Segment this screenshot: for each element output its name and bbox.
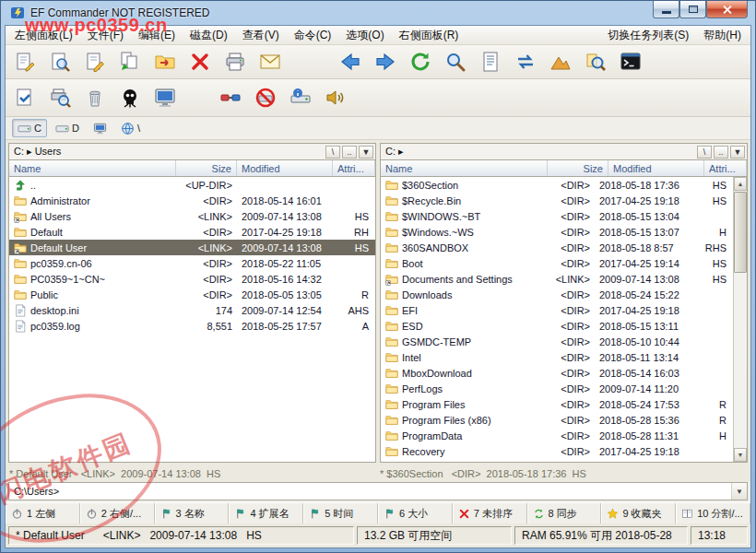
right-root-button[interactable]: \ [697,146,712,159]
file-row[interactable]: $WINDOWS.~BT<DIR>2018-05-15 13:04 [381,208,733,224]
quick-view-button[interactable] [475,48,505,76]
title-bar[interactable]: EF Commander NOT REGISTERED [5,1,751,25]
drive-info-button[interactable] [285,84,315,112]
file-row[interactable]: desktop.ini1742009-07-14 12:54AHS [9,302,375,318]
left-history-button[interactable]: ▼ [359,146,373,159]
minimize-button[interactable] [653,1,679,18]
fkey-6-button[interactable]: 6 大小 [378,503,453,524]
disconnect-drive-button[interactable] [250,84,280,112]
file-row[interactable]: All Users<LINK>2009-07-14 13:08HS [9,208,375,224]
right-scrollbar[interactable]: ▲ ▼ [733,177,747,462]
file-row[interactable]: Public<DIR>2018-05-05 13:05R [9,287,375,302]
file-row[interactable]: ESD<DIR>2018-05-15 13:11 [381,318,733,334]
file-row[interactable]: pc0359.cn-06<DIR>2018-05-22 11:05 [9,255,375,271]
forward-button[interactable] [370,48,400,76]
file-row[interactable]: GSMDC-TEMP<DIR>2018-05-10 10:44 [381,334,733,349]
terminal-button[interactable] [615,48,645,76]
right-history-button[interactable]: ▼ [730,146,745,159]
close-button[interactable] [706,1,748,18]
sound-button[interactable] [320,84,350,112]
file-row[interactable]: Boot<DIR>2017-04-25 19:14HS [381,255,733,271]
command-prompt[interactable]: C:\Users> [14,486,59,497]
column-header-name[interactable]: Name [9,160,176,176]
copy-button[interactable] [114,48,145,76]
column-header-modified[interactable]: Modified [237,160,333,176]
left-root-button[interactable]: \ [325,146,340,159]
menu-item[interactable]: 磁盘(D) [183,26,235,44]
menu-item[interactable]: 选项(O) [338,26,391,44]
column-header-name[interactable]: Name [381,160,548,176]
edit-file-button[interactable] [79,48,110,76]
fkey-2-button[interactable]: 2 右侧/... [80,503,155,524]
find-files-button[interactable] [580,48,610,76]
left-path[interactable]: C: ▸ Users [14,146,324,158]
file-row[interactable]: Intel<DIR>2018-05-11 13:14 [381,349,733,365]
fkey-3-button[interactable]: 3 名称 [155,503,230,524]
file-row[interactable]: 360SANDBOX<DIR>2018-05-18 8:57RHS [381,240,733,255]
menu-item[interactable]: 查看(V) [235,26,287,44]
column-header-modified[interactable]: Modified [608,160,704,176]
file-row[interactable]: Administrator<DIR>2018-05-14 16:01 [9,193,375,208]
command-line[interactable]: C:\Users> ▼ [8,482,748,500]
file-row[interactable]: Default User<LINK>2009-07-14 13:08HS [9,240,375,255]
file-row[interactable]: MboxDownload<DIR>2018-05-14 16:03 [381,365,733,381]
print-preview-button[interactable] [44,84,75,112]
fkey-1-button[interactable]: 1 左侧 [6,503,80,524]
file-row[interactable]: $360Section<DIR>2018-05-18 17:36HS [381,177,733,193]
fkey-10-button[interactable]: 10 分割/... [676,503,750,524]
connect-drive-button[interactable] [215,84,245,112]
scroll-track[interactable] [734,191,747,448]
column-header-attributes[interactable]: Attri... [333,160,375,176]
scroll-thumb[interactable] [734,192,747,273]
file-row[interactable]: $Windows.~WS<DIR>2018-05-15 13:07H [381,224,733,240]
menu-item[interactable]: 左侧面板(L) [7,26,80,44]
fkey-5-button[interactable]: 5 时间 [303,503,378,524]
drive-c-button[interactable]: C [12,119,47,137]
column-header-size[interactable]: Size [548,160,608,176]
new-edit-button[interactable] [9,48,40,76]
swap-panels-button[interactable] [510,48,540,76]
menu-item[interactable]: 编辑(E) [131,26,183,44]
fkey-8-button[interactable]: 8 同步 [527,503,602,524]
right-path[interactable]: C: ▸ [385,146,695,158]
back-button[interactable] [335,48,365,76]
menu-item[interactable]: 文件(F) [80,26,131,44]
recycle-bin-button[interactable] [79,84,110,112]
maximize-button[interactable] [679,1,706,18]
command-history-dropdown[interactable]: ▼ [731,483,747,500]
file-row[interactable]: Documents and Settings<LINK>2009-07-14 1… [381,271,733,287]
delete-button[interactable] [184,48,215,76]
parent-directory-button[interactable] [545,48,575,76]
computer-button[interactable] [88,119,112,137]
file-row[interactable]: Downloads<DIR>2018-05-24 15:22 [381,287,733,302]
scroll-down-button[interactable]: ▼ [734,448,747,462]
menu-item[interactable]: 命令(C) [287,26,339,44]
file-row[interactable]: ProgramData<DIR>2018-05-28 11:31H [381,428,733,443]
menu-item[interactable]: 帮助(H) [696,26,749,44]
search-button[interactable] [440,48,470,76]
column-header-size[interactable]: Size [176,160,237,176]
fullscreen-button[interactable] [149,84,180,112]
column-header-attributes[interactable]: Attri... [704,160,747,176]
fkey-9-button[interactable]: 9 收藏夹 [601,503,676,524]
file-row[interactable]: Default<DIR>2017-04-25 19:18RH [9,224,375,240]
network-button[interactable]: \ [115,119,146,137]
print-button[interactable] [219,48,250,76]
drive-d-button[interactable]: D [50,119,85,137]
file-row[interactable]: PC0359~1~CN~<DIR>2018-05-16 14:32 [9,271,375,287]
file-row[interactable]: ..<UP-DIR> [9,177,375,193]
file-row[interactable]: $Recycle.Bin<DIR>2017-04-25 19:18HS [381,193,733,208]
file-row[interactable]: EFI<DIR>2017-04-25 19:18 [381,302,733,318]
file-row[interactable]: Program Files (x86)<DIR>2018-05-28 15:36… [381,412,733,428]
file-row[interactable]: Program Files<DIR>2018-05-24 17:53R [381,396,733,412]
file-row[interactable]: pc0359.log8,5512018-05-25 17:57A [9,318,375,334]
file-row[interactable]: PerfLogs<DIR>2009-07-14 11:20 [381,381,733,396]
menu-item[interactable]: 右侧面板(R) [392,26,467,44]
file-row[interactable]: Recovery<DIR>2017-04-25 19:18 [381,443,733,459]
refresh-button[interactable] [405,48,435,76]
select-files-button[interactable] [9,84,40,112]
menu-item[interactable]: 切换任务列表(S) [600,26,696,44]
view-file-button[interactable] [44,48,75,76]
wipe-button[interactable] [114,84,145,112]
move-button[interactable] [149,48,180,76]
